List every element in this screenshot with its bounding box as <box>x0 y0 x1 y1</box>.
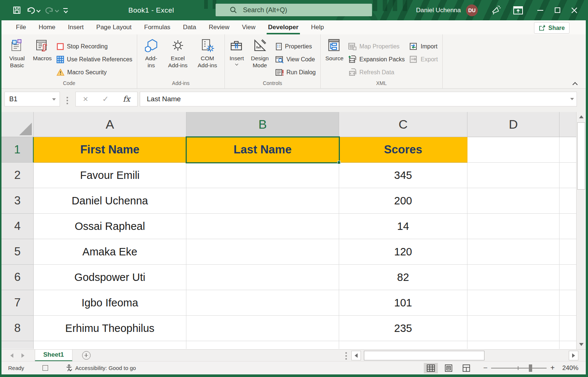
cell-b3[interactable] <box>186 188 339 214</box>
row-header-3[interactable]: 3 <box>1 188 34 214</box>
cell-d6[interactable] <box>467 265 560 290</box>
share-button[interactable]: Share <box>534 22 570 34</box>
tab-data[interactable]: Data <box>177 20 203 34</box>
row-header-6[interactable]: 6 <box>1 265 34 290</box>
undo-button[interactable] <box>26 6 40 14</box>
cell-b9[interactable] <box>186 341 339 349</box>
cell-d7[interactable] <box>467 290 560 316</box>
cell-c3[interactable]: 200 <box>339 188 467 214</box>
cell-d4[interactable] <box>467 214 560 239</box>
tab-page-layout[interactable]: Page Layout <box>90 20 138 34</box>
scroll-down-button[interactable] <box>577 340 586 349</box>
next-sheet-button[interactable] <box>21 353 24 358</box>
select-all-corner[interactable] <box>1 112 34 137</box>
cell-d5[interactable] <box>467 239 560 265</box>
run-dialog-button[interactable]: Run Dialog <box>273 66 318 79</box>
zoom-slider[interactable] <box>491 368 547 368</box>
cell-c8[interactable]: 235 <box>339 316 467 341</box>
cell-a3[interactable]: Daniel Uchenna <box>34 188 186 214</box>
horizontal-scrollbar-thumb[interactable] <box>364 351 484 360</box>
cell-a2[interactable]: Favour Emili <box>34 163 186 188</box>
undo-dropdown-icon[interactable] <box>37 9 40 12</box>
column-header-b-selected[interactable]: B <box>186 112 339 137</box>
enter-button[interactable]: ✓ <box>102 95 109 103</box>
page-break-preview-button[interactable] <box>459 363 473 373</box>
cell-b8[interactable] <box>186 316 339 341</box>
formula-bar-resize-handle[interactable] <box>67 96 68 104</box>
cell-a1[interactable]: First Name <box>34 137 186 163</box>
avatar[interactable]: DU <box>466 4 478 16</box>
add-ins-button[interactable]: Add-ins <box>140 36 162 69</box>
vertical-scrollbar-thumb[interactable] <box>577 122 585 190</box>
insert-function-button[interactable]: fx <box>123 95 130 103</box>
cell-a6[interactable]: Godspower Uti <box>34 265 186 290</box>
row-header-8[interactable]: 8 <box>1 316 34 341</box>
design-mode-button[interactable]: Design Mode <box>247 36 273 69</box>
record-macro-button[interactable] <box>43 365 48 371</box>
row-header-2[interactable]: 2 <box>1 163 34 188</box>
cell-c6[interactable]: 82 <box>339 265 467 290</box>
view-code-button[interactable]: View Code <box>273 53 318 66</box>
cell-d9[interactable] <box>467 341 560 349</box>
macro-security-button[interactable]: Macro Security <box>54 66 135 79</box>
normal-view-button[interactable] <box>424 363 438 373</box>
tab-formulas[interactable]: Formulas <box>138 20 177 34</box>
collapse-ribbon-button[interactable] <box>572 82 578 85</box>
minimize-button[interactable] <box>532 0 549 20</box>
cell-b7[interactable] <box>186 290 339 316</box>
tab-help[interactable]: Help <box>305 20 330 34</box>
cell-b4[interactable] <box>186 214 339 239</box>
cell-b2[interactable] <box>186 163 339 188</box>
excel-add-ins-button[interactable]: Excel Add-ins <box>164 36 192 69</box>
cell-a8[interactable]: Erhimu Theophilus <box>34 316 186 341</box>
expand-formula-bar-button[interactable] <box>567 92 577 106</box>
page-layout-view-button[interactable] <box>442 363 456 373</box>
save-button[interactable] <box>13 6 21 14</box>
tab-review[interactable]: Review <box>203 20 236 34</box>
cell-b1-active[interactable]: Last Name <box>186 137 339 163</box>
cell-c4[interactable]: 14 <box>339 214 467 239</box>
scrollbar-resize-handle[interactable] <box>345 351 347 360</box>
accessibility-status[interactable]: Accessibility: Good to go <box>66 364 136 371</box>
use-relative-references-button[interactable]: Use Relative References <box>54 53 135 66</box>
column-header-c[interactable]: C <box>339 112 467 137</box>
zoom-in-button[interactable]: + <box>550 364 555 372</box>
vertical-scrollbar[interactable] <box>576 112 586 349</box>
sheet-tab-sheet1[interactable]: Sheet1 <box>35 350 72 361</box>
cell-a5[interactable]: Amaka Eke <box>34 239 186 265</box>
cell-a4[interactable]: Ossai Rapheal <box>34 214 186 239</box>
cell-c2[interactable]: 345 <box>339 163 467 188</box>
customize-quick-access-button[interactable] <box>63 8 68 13</box>
cancel-button[interactable]: × <box>83 94 88 104</box>
stop-recording-button[interactable]: Stop Recording <box>54 40 135 53</box>
tab-home[interactable]: Home <box>32 20 61 34</box>
import-button[interactable]: Import <box>407 40 440 53</box>
cell-c9[interactable] <box>339 341 467 349</box>
new-sheet-button[interactable] <box>82 351 91 360</box>
search-box[interactable]: Search (Alt+Q) <box>216 4 372 16</box>
column-header-a[interactable]: A <box>34 112 186 137</box>
name-box-dropdown-icon[interactable] <box>52 98 56 101</box>
cell-c1[interactable]: Scores <box>339 137 467 163</box>
properties-button[interactable]: Properties <box>273 40 318 53</box>
row-header-9-partial[interactable] <box>1 341 34 349</box>
zoom-level[interactable]: 240% <box>560 364 578 372</box>
row-header-7[interactable]: 7 <box>1 290 34 316</box>
tab-insert[interactable]: Insert <box>62 20 90 34</box>
cell-b6[interactable] <box>186 265 339 290</box>
com-add-ins-button[interactable]: COM Add-ins <box>193 36 222 69</box>
row-header-5[interactable]: 5 <box>1 239 34 265</box>
column-header-d[interactable]: D <box>467 112 560 137</box>
name-box[interactable]: B1 <box>4 92 60 106</box>
feedback-megaphone-button[interactable] <box>487 0 504 20</box>
tab-developer[interactable]: Developer <box>262 20 305 34</box>
zoom-out-button[interactable]: − <box>483 364 488 372</box>
cell-d2[interactable] <box>467 163 560 188</box>
previous-sheet-button[interactable] <box>10 353 13 358</box>
cell-d3[interactable] <box>467 188 560 214</box>
source-button[interactable]: Source <box>324 36 345 62</box>
scroll-left-button[interactable] <box>351 351 361 360</box>
maximize-button[interactable] <box>549 0 566 20</box>
cell-d8[interactable] <box>467 316 560 341</box>
cell-d1[interactable] <box>467 137 560 163</box>
